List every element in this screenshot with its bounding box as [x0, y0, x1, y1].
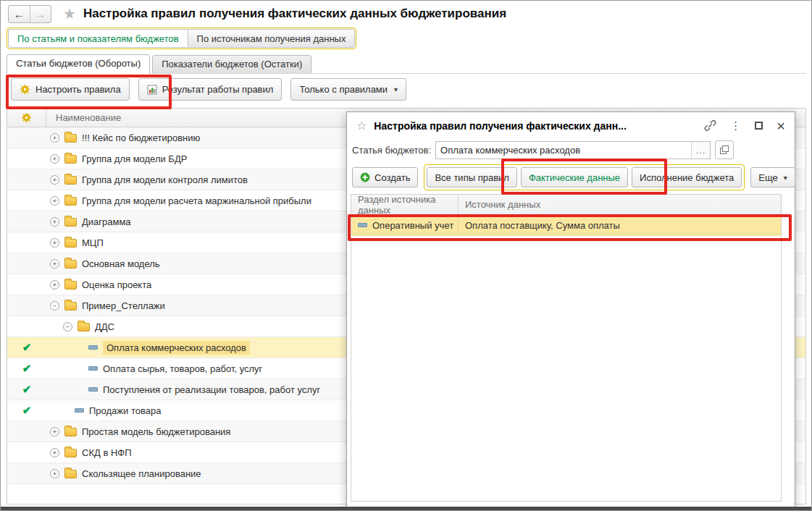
tree-row-label: Основная модель [82, 258, 160, 269]
link-icon[interactable] [704, 119, 716, 132]
expand-icon[interactable]: + [50, 469, 59, 478]
rule-mark-cell [7, 169, 46, 190]
window-bottom-edge [1, 507, 811, 510]
tree-row-label: МЦП [82, 237, 104, 248]
close-icon[interactable]: × [777, 121, 785, 131]
expand-icon[interactable]: + [50, 217, 59, 227]
tab-budget-indicators-balances[interactable]: Показатели бюджетов (Остатки) [152, 55, 311, 73]
folder-icon [64, 176, 77, 185]
budget-item-field-row: Статья бюджетов: ... [352, 140, 734, 159]
expand-icon[interactable]: + [50, 427, 59, 436]
tree-row-label: Поступления от реализации товаров, работ… [103, 384, 320, 395]
filter-all-rule-types[interactable]: Все типы правил [427, 167, 516, 187]
rule-mark-cell [7, 211, 46, 232]
more-button[interactable]: Еще ▾ [750, 167, 795, 187]
rule-type-filter-group: Все типы правил Фактические данные Испол… [424, 164, 745, 190]
check-icon: ✔ [22, 362, 32, 375]
expand-icon[interactable]: + [50, 280, 59, 290]
only-with-rules-dropdown[interactable]: Только с правилами ▾ [290, 78, 406, 101]
tab-budget-items-turnovers[interactable]: Статьи бюджетов (Обороты) [7, 54, 150, 74]
filter-actual-data[interactable]: Фактические данные [521, 167, 628, 187]
tree-row-label: Группа для модели контроля лимитов [82, 174, 248, 185]
rules-result-button[interactable]: Результат работы правил [138, 78, 282, 101]
expand-icon[interactable]: + [50, 133, 59, 143]
tree-row-label: Оплата сырья, товаров, работ, услуг [103, 363, 262, 374]
main-toolbar: Настроить правила Результат работы прави… [11, 78, 406, 101]
dialog-titlebar: ☆ Настройка правил получения фактических… [347, 112, 795, 139]
view-switch-by-sources[interactable]: По источникам получения данных [188, 29, 356, 48]
rule-mark-cell: ✔ [7, 379, 46, 400]
rule-mark-cell: ✔ [7, 400, 46, 421]
more-menu-icon[interactable]: ⋮ [730, 119, 741, 132]
folder-icon [64, 281, 77, 290]
budget-item-icon [88, 387, 98, 392]
favorite-star-icon[interactable]: ★ [63, 5, 76, 22]
tree-row-label: Пример_Стеллажи [82, 300, 165, 311]
rules-setup-dialog: ☆ Настройка правил получения фактических… [346, 111, 795, 507]
check-icon: ✔ [22, 341, 32, 354]
section-column-header[interactable]: Раздел источника данных [351, 195, 459, 214]
dialog-window-controls: ⋮ × [704, 119, 785, 132]
rule-mark-cell [7, 190, 46, 211]
back-button[interactable]: ← [9, 6, 30, 22]
rule-mark-cell [7, 127, 46, 148]
maximize-icon[interactable] [755, 122, 763, 130]
folder-icon [64, 239, 77, 248]
rule-mark-cell [7, 148, 46, 169]
topbar: ← → ★ Настройка правил получения фактиче… [1, 1, 811, 27]
configure-rules-button[interactable]: Настроить правила [11, 78, 130, 101]
configure-rules-label: Настроить правила [35, 84, 121, 95]
section-cell: Оперативный учет [351, 215, 459, 235]
folder-icon [78, 323, 90, 331]
app-window: ← → ★ Настройка правил получения фактиче… [0, 0, 812, 511]
view-switch-by-items[interactable]: По статьям и показателям бюджетов [8, 29, 188, 48]
open-icon [720, 145, 729, 154]
folder-icon [64, 260, 77, 269]
budget-item-input[interactable] [435, 141, 711, 159]
budget-item-icon [88, 345, 98, 350]
add-plus-icon [360, 172, 370, 182]
forward-arrow-icon: → [35, 8, 46, 20]
check-icon: ✔ [22, 404, 32, 417]
expand-icon[interactable]: + [50, 448, 59, 457]
dialog-toolbar: Создать Все типы правил Фактические данн… [352, 164, 784, 190]
tree-row-label: Простая модель бюджетирования [82, 426, 230, 437]
expand-icon[interactable]: + [50, 154, 59, 164]
folder-icon [64, 449, 77, 457]
name-column-label: Наименование [56, 112, 121, 123]
collapse-icon[interactable]: − [50, 301, 59, 311]
source-item-icon [358, 223, 367, 227]
collapse-icon[interactable]: − [63, 322, 72, 331]
folder-icon [64, 197, 77, 206]
budget-item-icon [75, 408, 84, 413]
gear-icon [21, 112, 32, 123]
tree-row-label: ДДС [95, 321, 114, 332]
expand-icon[interactable]: + [50, 175, 59, 185]
choose-value-button[interactable]: ... [691, 142, 710, 159]
favorite-star-icon[interactable]: ☆ [356, 119, 367, 132]
budget-item-field-label: Статья бюджетов: [352, 145, 431, 156]
tab-bar: Статьи бюджетов (Обороты) Показатели бюд… [7, 54, 806, 74]
folder-icon [64, 134, 77, 143]
expand-icon[interactable]: + [50, 238, 59, 248]
dialog-title: Настройка правил получения фактических д… [374, 120, 697, 132]
expand-icon[interactable]: + [50, 259, 59, 269]
rule-mark-cell [7, 253, 46, 274]
create-button[interactable]: Создать [352, 167, 418, 187]
tree-row-label: Оценка проекта [82, 279, 151, 290]
expand-icon[interactable]: + [50, 196, 59, 206]
folder-icon [64, 218, 77, 227]
data-source-row[interactable]: Оперативный учетОплата поставщику, Сумма… [351, 215, 781, 236]
rule-mark-cell [7, 442, 46, 463]
source-column-header[interactable]: Источник данных [459, 195, 781, 214]
rules-column-header[interactable] [7, 109, 46, 127]
chevron-down-icon: ▾ [784, 174, 787, 182]
rules-result-label: Результат работы правил [162, 84, 274, 95]
source-cell: Оплата поставщику, Сумма оплаты [459, 215, 781, 235]
tree-row-label: Скользящее планирование [82, 468, 201, 479]
filter-budget-execution[interactable]: Исполнение бюджета [632, 167, 742, 187]
tree-row-label: СКД в НФП [82, 447, 132, 458]
forward-button[interactable]: → [30, 6, 51, 22]
open-value-button[interactable] [715, 140, 734, 159]
budget-item-input-wrap: ... [435, 141, 711, 159]
